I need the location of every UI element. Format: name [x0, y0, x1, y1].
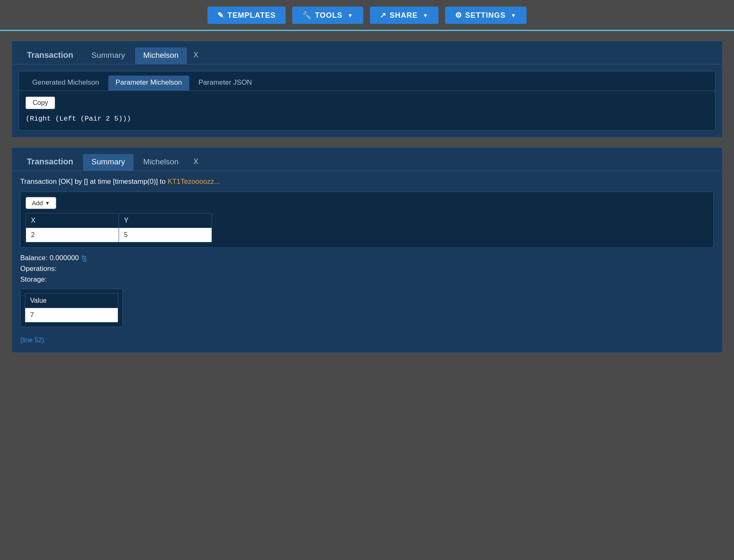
tab-michelson-1[interactable]: Michelson [135, 47, 187, 64]
operations-label: Operations: [20, 265, 57, 273]
operations-row: Operations: [20, 265, 714, 273]
cell-y [119, 228, 212, 242]
tab-close-1[interactable]: X [188, 47, 203, 64]
input-storage-value[interactable] [25, 308, 118, 322]
cell-x [26, 228, 119, 242]
line-ref: (line 52) [20, 334, 714, 346]
table-row [26, 228, 212, 242]
kt-address-link[interactable]: KT1Tezoooozz... [168, 178, 220, 185]
input-y[interactable] [119, 228, 212, 242]
add-button[interactable]: Add ▼ [26, 197, 56, 209]
card1-tab-bar: Transaction Summary Michelson X [12, 41, 722, 64]
balance-label: Balance: [20, 254, 48, 262]
add-label: Add [32, 199, 43, 206]
tools-icon: 🔧 [302, 11, 312, 20]
tab-summary-1[interactable]: Summary [83, 47, 133, 64]
templates-icon: ✎ [217, 11, 224, 20]
balance-row: Balance: 0.000000 ꜩ [20, 254, 714, 262]
tab-transaction-2[interactable]: Transaction [19, 154, 81, 171]
storage-header-row: Value [25, 294, 118, 308]
settings-label: SETTINGS [465, 11, 506, 20]
params-table: X Y [26, 213, 212, 242]
copy-button[interactable]: Copy [26, 97, 55, 109]
transaction-header: Transaction [OK] by [] at time [timestam… [20, 178, 714, 186]
code-content: (Right (Left (Pair 2 5))) [26, 113, 708, 124]
storage-table: Value [25, 293, 118, 323]
tools-chevron-icon: ▼ [348, 12, 353, 19]
sub-tab-bar-1: Generated Michelson Parameter Michelson … [19, 71, 715, 91]
input-x[interactable] [26, 228, 119, 242]
sub-tab-param-json[interactable]: Parameter JSON [191, 76, 259, 90]
tab-close-2[interactable]: X [188, 154, 203, 170]
storage-row: Storage: [20, 275, 714, 284]
col-value-header: Value [25, 294, 118, 308]
table-header-row: X Y [26, 214, 212, 228]
card-michelson: Transaction Summary Michelson X Generate… [12, 41, 722, 138]
params-table-container: Add ▼ X Y [20, 192, 714, 248]
sub-tab-generated[interactable]: Generated Michelson [25, 76, 107, 90]
tab-summary-2[interactable]: Summary [83, 154, 133, 171]
michelson-inner-card: Generated Michelson Parameter Michelson … [19, 71, 715, 131]
share-button[interactable]: ↗ SHARE ▼ [370, 7, 438, 24]
settings-icon: ⚙ [455, 11, 462, 20]
summary-content: Transaction [OK] by [] at time [timestam… [12, 171, 722, 352]
sub-tab-param-michelson[interactable]: Parameter Michelson [108, 76, 190, 90]
settings-chevron-icon: ▼ [511, 12, 517, 19]
col-x-header: X [26, 214, 119, 228]
share-label: SHARE [390, 11, 418, 20]
balance-value: 0.000000 [50, 254, 79, 262]
storage-table-row [25, 308, 118, 323]
settings-button[interactable]: ⚙ SETTINGS ▼ [445, 7, 527, 24]
templates-label: TEMPLATES [227, 11, 276, 20]
main-content: Transaction Summary Michelson X Generate… [0, 31, 734, 363]
add-chevron-icon: ▼ [45, 200, 50, 206]
tab-transaction-1[interactable]: Transaction [19, 47, 81, 64]
storage-table-container: Value [20, 289, 123, 327]
storage-label: Storage: [20, 275, 47, 283]
tools-label: TOOLS [315, 11, 343, 20]
toolbar: ✎ TEMPLATES 🔧 TOOLS ▼ ↗ SHARE ▼ ⚙ SETTIN… [0, 0, 734, 31]
share-chevron-icon: ▼ [423, 12, 429, 19]
code-area: Copy (Right (Left (Pair 2 5))) [19, 91, 715, 130]
card-summary: Transaction Summary Michelson X Transact… [12, 147, 722, 353]
card2-tab-bar: Transaction Summary Michelson X [12, 148, 722, 171]
col-y-header: Y [119, 214, 212, 228]
storage-cell-value [25, 308, 118, 323]
tez-icon: ꜩ [82, 254, 87, 262]
transaction-text-prefix: Transaction [OK] by [] at time [timestam… [20, 178, 168, 185]
tools-button[interactable]: 🔧 TOOLS ▼ [292, 7, 363, 24]
tab-michelson-2[interactable]: Michelson [135, 154, 187, 171]
templates-button[interactable]: ✎ TEMPLATES [207, 7, 286, 24]
share-icon: ↗ [380, 11, 386, 20]
